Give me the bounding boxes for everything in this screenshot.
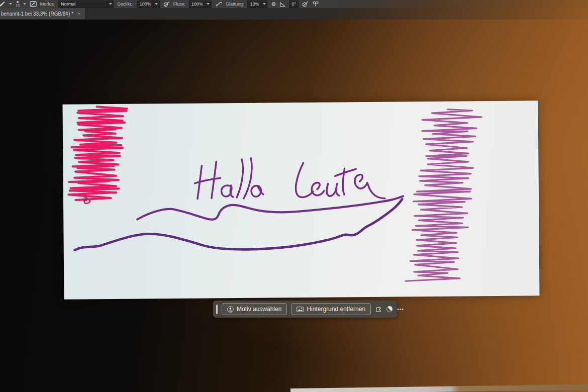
mode-chevron-icon bbox=[107, 1, 113, 8]
brush-angle-icon[interactable] bbox=[279, 2, 285, 7]
flow-chevron-icon bbox=[205, 1, 211, 8]
more-options-icon[interactable]: ••• bbox=[397, 307, 404, 312]
paint-symmetry-butterfly-icon[interactable] bbox=[312, 1, 319, 7]
select-subject-label: Motiv auswählen bbox=[237, 306, 281, 313]
brush-size-chevron-icon[interactable] bbox=[23, 3, 26, 5]
document-canvas[interactable] bbox=[62, 101, 539, 299]
taskbar-grip-handle[interactable] bbox=[216, 305, 218, 314]
brush-size-value: 13 bbox=[16, 4, 20, 7]
smoothing-gear-icon[interactable]: ⚙ bbox=[271, 2, 276, 7]
canvas-artwork[interactable] bbox=[62, 101, 539, 299]
flow-field[interactable]: 100% bbox=[189, 1, 212, 8]
brush-tool-icon[interactable] bbox=[0, 1, 6, 8]
flow-value: 100% bbox=[189, 2, 205, 7]
right-purple-scribble bbox=[404, 109, 482, 281]
flow-label: Fluss: bbox=[173, 2, 185, 7]
document-tab[interactable]: benannt-1 bei 33,3% (RGB/8#) * × bbox=[0, 8, 85, 19]
photo-of-screen: 13 Modus: Normal Deckkr.: 100% Fluss: 10… bbox=[0, 0, 588, 392]
image-icon bbox=[297, 307, 304, 312]
mode-label: Modus: bbox=[40, 2, 55, 7]
angle-value: 0° bbox=[289, 2, 298, 7]
smoothing-chevron-icon bbox=[261, 1, 267, 8]
select-subject-button[interactable]: Motiv auswählen bbox=[222, 303, 287, 315]
brush-size-preview[interactable]: 13 bbox=[16, 1, 20, 7]
contextual-task-bar: Motiv auswählen Hintergrund entfernen ••… bbox=[213, 301, 397, 318]
wavy-line-lower bbox=[74, 199, 403, 251]
person-icon bbox=[227, 306, 234, 313]
opacity-value: 100% bbox=[138, 2, 153, 7]
wavy-line-upper bbox=[137, 196, 403, 220]
transform-lasso-icon[interactable] bbox=[375, 303, 382, 315]
pressure-opacity-icon[interactable] bbox=[163, 1, 170, 7]
smoothing-label: Glättung: bbox=[226, 2, 244, 7]
opacity-chevron-icon bbox=[153, 1, 159, 8]
document-tab-bar: benannt-1 bei 33,3% (RGB/8#) * × bbox=[0, 8, 588, 20]
brush-tip-dot-icon bbox=[17, 1, 19, 3]
left-pink-scribble bbox=[68, 107, 128, 200]
opacity-field[interactable]: 100% bbox=[137, 1, 160, 8]
brush-settings-panel-icon[interactable] bbox=[30, 1, 37, 7]
adjustments-contrast-icon[interactable] bbox=[386, 303, 393, 315]
mode-select[interactable]: Normal bbox=[58, 1, 114, 8]
remove-background-label: Hintergrund entfernen bbox=[307, 306, 365, 313]
pressure-size-icon[interactable] bbox=[302, 1, 309, 7]
smoothing-value: 10% bbox=[248, 2, 261, 7]
tab-close-icon[interactable]: × bbox=[77, 11, 80, 17]
mode-value: Normal bbox=[59, 2, 107, 7]
remove-background-button[interactable]: Hintergrund entfernen bbox=[291, 303, 371, 315]
desk-edge bbox=[290, 384, 588, 392]
handwriting bbox=[194, 157, 385, 200]
brush-options-bar: 13 Modus: Normal Deckkr.: 100% Fluss: 10… bbox=[0, 0, 588, 8]
document-tab-title: benannt-1 bei 33,3% (RGB/8#) * bbox=[1, 11, 73, 17]
brush-preset-chevron-icon[interactable] bbox=[9, 3, 12, 5]
opacity-label: Deckkr.: bbox=[117, 2, 134, 7]
airbrush-icon[interactable] bbox=[215, 1, 222, 7]
angle-field[interactable]: 0° bbox=[289, 1, 299, 8]
smoothing-field[interactable]: 10% bbox=[247, 1, 267, 8]
